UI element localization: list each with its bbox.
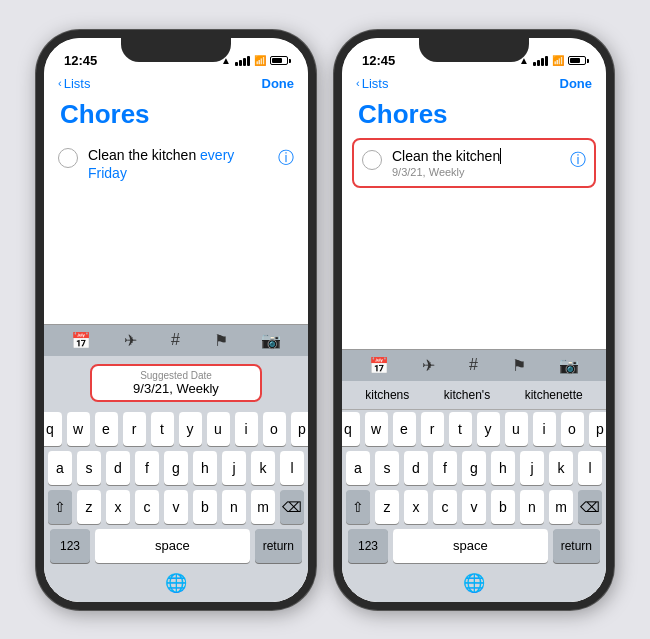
right-key-e[interactable]: e — [393, 412, 416, 446]
left-key-k[interactable]: k — [251, 451, 275, 485]
right-key-n[interactable]: n — [520, 490, 544, 524]
left-key-o[interactable]: o — [263, 412, 286, 446]
right-key-u[interactable]: u — [505, 412, 528, 446]
left-delete-key[interactable]: ⌫ — [280, 490, 304, 524]
right-return-button[interactable]: return — [553, 529, 600, 563]
right-toolbar-calendar-icon[interactable]: 📅 — [369, 356, 389, 375]
left-back-button[interactable]: ‹ Lists — [58, 76, 90, 91]
right-location-icon: ▲ — [519, 55, 529, 66]
left-space-button[interactable]: space — [95, 529, 250, 563]
right-key-f[interactable]: f — [433, 451, 457, 485]
left-kb-bottom-row: 123 space return — [48, 529, 304, 563]
right-key-m[interactable]: m — [549, 490, 573, 524]
right-key-p[interactable]: p — [589, 412, 607, 446]
right-back-button[interactable]: ‹ Lists — [356, 76, 388, 91]
right-info-icon[interactable]: ⓘ — [570, 150, 586, 171]
right-emoji-icon[interactable]: 🌐 — [463, 572, 485, 594]
left-key-g[interactable]: g — [164, 451, 188, 485]
right-key-j[interactable]: j — [520, 451, 544, 485]
right-shift-key[interactable]: ⇧ — [346, 490, 370, 524]
right-wifi-icon: 📶 — [552, 55, 564, 66]
right-space-button[interactable]: space — [393, 529, 548, 563]
left-toolbar-calendar-icon[interactable]: 📅 — [71, 331, 91, 350]
left-kb-row-1: q w e r t y u i o p — [48, 412, 304, 446]
left-key-f[interactable]: f — [135, 451, 159, 485]
left-toolbar-arrow-icon[interactable]: ✈ — [124, 331, 137, 350]
left-key-r[interactable]: r — [123, 412, 146, 446]
right-key-q[interactable]: q — [342, 412, 360, 446]
right-autocomplete-kitchens2[interactable]: kitchen's — [436, 385, 498, 405]
right-kb-row-1: q w e r t y u i o p — [346, 412, 602, 446]
right-key-t[interactable]: t — [449, 412, 472, 446]
left-key-u[interactable]: u — [207, 412, 230, 446]
left-toolbar-hash-icon[interactable]: # — [171, 331, 180, 349]
left-key-h[interactable]: h — [193, 451, 217, 485]
left-key-l[interactable]: l — [280, 451, 304, 485]
left-keyboard-rows: q w e r t y u i o p a s d — [44, 410, 308, 602]
right-key-c[interactable]: c — [433, 490, 457, 524]
right-key-l[interactable]: l — [578, 451, 602, 485]
right-toolbar-camera-icon[interactable]: 📷 — [559, 356, 579, 375]
left-todo-checkbox[interactable] — [58, 148, 78, 168]
right-key-w[interactable]: w — [365, 412, 388, 446]
right-key-i[interactable]: i — [533, 412, 556, 446]
left-time: 12:45 — [64, 53, 97, 68]
right-key-d[interactable]: d — [404, 451, 428, 485]
right-key-v[interactable]: v — [462, 490, 486, 524]
left-todo-text-block: Clean the kitchen every Friday — [88, 146, 268, 182]
left-shift-key[interactable]: ⇧ — [48, 490, 72, 524]
left-info-icon[interactable]: ⓘ — [278, 148, 294, 169]
left-key-e[interactable]: e — [95, 412, 118, 446]
right-kb-row-2: a s d f g h j k l — [346, 451, 602, 485]
right-toolbar-hash-icon[interactable]: # — [469, 356, 478, 374]
right-autocomplete-kitchenette[interactable]: kitchenette — [517, 385, 591, 405]
left-key-z[interactable]: z — [77, 490, 101, 524]
left-return-button[interactable]: return — [255, 529, 302, 563]
right-num-button[interactable]: 123 — [348, 529, 388, 563]
left-key-w[interactable]: w — [67, 412, 90, 446]
right-key-s[interactable]: s — [375, 451, 399, 485]
signal-bars — [235, 56, 250, 66]
right-back-label: Lists — [362, 76, 389, 91]
right-key-r[interactable]: r — [421, 412, 444, 446]
left-key-t[interactable]: t — [151, 412, 174, 446]
right-key-h[interactable]: h — [491, 451, 515, 485]
right-key-y[interactable]: y — [477, 412, 500, 446]
left-key-p[interactable]: p — [291, 412, 309, 446]
right-toolbar-flag-icon[interactable]: ⚑ — [512, 356, 526, 375]
left-key-d[interactable]: d — [106, 451, 130, 485]
right-autocomplete-kitchens[interactable]: kitchens — [357, 385, 417, 405]
left-key-b[interactable]: b — [193, 490, 217, 524]
left-key-c[interactable]: c — [135, 490, 159, 524]
left-key-j[interactable]: j — [222, 451, 246, 485]
left-suggestion-box[interactable]: Suggested Date 9/3/21, Weekly — [90, 364, 262, 402]
left-key-m[interactable]: m — [251, 490, 275, 524]
left-num-button[interactable]: 123 — [50, 529, 90, 563]
right-done-button[interactable]: Done — [560, 76, 593, 91]
right-key-g[interactable]: g — [462, 451, 486, 485]
right-key-k[interactable]: k — [549, 451, 573, 485]
left-key-n[interactable]: n — [222, 490, 246, 524]
right-delete-key[interactable]: ⌫ — [578, 490, 602, 524]
left-key-x[interactable]: x — [106, 490, 130, 524]
left-kb-row-2: a s d f g h j k l — [48, 451, 304, 485]
right-toolbar-arrow-icon[interactable]: ✈ — [422, 356, 435, 375]
right-key-z[interactable]: z — [375, 490, 399, 524]
left-done-button[interactable]: Done — [262, 76, 295, 91]
right-todo-text-block: Clean the kitchen 9/3/21, Weekly — [392, 148, 560, 178]
right-key-a[interactable]: a — [346, 451, 370, 485]
left-emoji-icon[interactable]: 🌐 — [165, 572, 187, 594]
left-toolbar-camera-icon[interactable]: 📷 — [261, 331, 281, 350]
left-toolbar-flag-icon[interactable]: ⚑ — [214, 331, 228, 350]
left-key-s[interactable]: s — [77, 451, 101, 485]
right-todo-checkbox[interactable] — [362, 150, 382, 170]
left-key-i[interactable]: i — [235, 412, 258, 446]
left-key-v[interactable]: v — [164, 490, 188, 524]
right-key-o[interactable]: o — [561, 412, 584, 446]
left-key-a[interactable]: a — [48, 451, 72, 485]
left-key-q[interactable]: q — [44, 412, 62, 446]
right-key-x[interactable]: x — [404, 490, 428, 524]
right-phone: 12:45 ▲ 📶 ‹ — [334, 30, 614, 610]
left-key-y[interactable]: y — [179, 412, 202, 446]
right-key-b[interactable]: b — [491, 490, 515, 524]
